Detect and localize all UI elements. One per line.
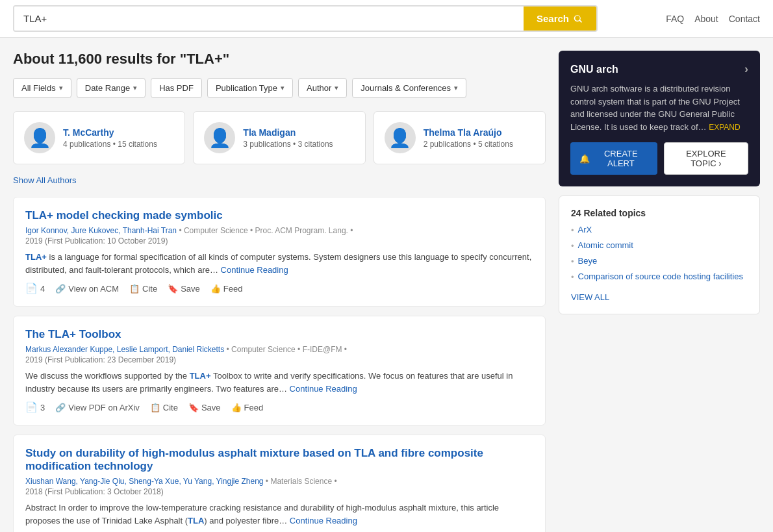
filter-journals-label: Journals & Conferences	[361, 83, 451, 93]
create-alert-button[interactable]: 🔔 CREATE ALERT	[570, 142, 657, 175]
result-abstract-0: TLA+ is a language for formal specificat…	[25, 251, 533, 276]
filters-bar: All Fields ▾ Date Range ▾ Has PDF Public…	[13, 78, 546, 98]
author-link[interactable]: Jure Kukovec	[71, 226, 119, 235]
filter-has-pdf[interactable]: Has PDF	[151, 78, 202, 98]
result-title-pre-1: The	[25, 328, 48, 340]
author-link[interactable]: Markus Alexander Kuppe	[25, 345, 112, 354]
sidebar: GNU arch › GNU arch software is a distri…	[559, 51, 760, 532]
continue-reading-1[interactable]: Continue Reading	[290, 384, 357, 394]
author-card-1: 👤 Tla Madigan 3 publications • 3 citatio…	[193, 111, 365, 164]
author-link[interactable]: Igor Konnov	[25, 226, 67, 235]
result-meta-2: 2018 (First Publication: 3 October 2018)	[25, 487, 533, 496]
filter-all-fields-label: All Fields	[21, 83, 56, 93]
author-card-2: 👤 Thelma Tla Araújo 2 publications • 5 c…	[374, 111, 546, 164]
search-input[interactable]	[14, 6, 524, 31]
author-link[interactable]: Daniel Ricketts	[172, 345, 224, 354]
external-link-icon: 🔗	[55, 403, 66, 412]
filter-date-range[interactable]: Date Range ▾	[77, 78, 146, 98]
author-link[interactable]: Yingjie Zheng	[216, 477, 264, 486]
author-meta-2: 2 publications • 5 citations	[424, 140, 535, 149]
cite-count-value: 3	[40, 403, 45, 412]
result-title-2[interactable]: Study on durability of high-modulus asph…	[25, 447, 533, 473]
related-item-1: • Atomic commit	[571, 240, 748, 251]
chevron-down-icon: ▾	[59, 84, 63, 92]
continue-reading-2[interactable]: Continue Reading	[290, 516, 357, 526]
result-meta-0: 2019 (First Publication: 10 October 2019…	[25, 236, 533, 246]
author-name-1[interactable]: Tla Madigan	[243, 127, 296, 138]
result-abstract-2: Abstract In order to improve the low-tem…	[25, 501, 533, 527]
topic-box: GNU arch › GNU arch software is a distri…	[559, 51, 760, 186]
save-button-0[interactable]: 🔖 Save	[168, 284, 200, 294]
continue-reading-0[interactable]: Continue Reading	[221, 265, 288, 275]
related-link-0[interactable]: ArX	[578, 225, 592, 234]
feed-button-0[interactable]: 👍 Feed	[210, 284, 243, 294]
author-link[interactable]: Xiushan Wang	[25, 477, 76, 486]
filter-publication-type-label: Publication Type	[216, 83, 277, 93]
related-item-0: • ArX	[571, 225, 748, 235]
author-link[interactable]: Yang-Jie Qiu	[80, 477, 124, 486]
result-actions-0: 📄 4 🔗 View on ACM 📋 Cite 🔖 Save 👍 Feed	[25, 283, 533, 294]
cite-count-1: 📄 3	[25, 401, 45, 413]
view-all-link[interactable]: VIEW ALL	[571, 292, 609, 302]
filter-publication-type[interactable]: Publication Type ▾	[207, 78, 293, 98]
chevron-down-icon: ▾	[454, 84, 458, 92]
main-layout: About 11,600 results for "TLA+" All Fiel…	[0, 38, 773, 532]
bell-icon: 🔔	[579, 154, 590, 164]
view-on-acm-link[interactable]: 🔗 View on ACM	[55, 284, 119, 294]
related-topics-box: 24 Related topics • ArX • Atomic commit …	[559, 196, 760, 314]
view-pdf-arxiv-link[interactable]: 🔗 View PDF on ArXiv	[55, 403, 140, 412]
cite-icon: 📋	[129, 284, 140, 294]
result-authors-1: Markus Alexander Kuppe, Leslie Lamport, …	[25, 345, 533, 354]
related-link-2[interactable]: Beye	[578, 256, 598, 266]
filter-author[interactable]: Author ▾	[298, 78, 347, 98]
author-card-0: 👤 T. McCarthy 4 publications • 15 citati…	[13, 111, 185, 164]
related-link-3[interactable]: Comparison of source code hosting facili…	[578, 272, 743, 281]
bullet-icon: •	[571, 241, 574, 251]
user-icon: 👤	[29, 127, 51, 149]
nav-about[interactable]: About	[694, 14, 718, 24]
author-meta-1: 3 publications • 3 citations	[243, 140, 354, 149]
explore-topic-label: EXPLORE TOPIC ›	[686, 149, 726, 168]
result-title-pre-2: Study on durability of high-modulus asph…	[25, 447, 354, 459]
related-link-1[interactable]: Atomic commit	[578, 240, 633, 250]
result-title-1[interactable]: The TLA+ Toolbox	[25, 328, 533, 341]
show-all-authors-link[interactable]: Show All Authors	[13, 175, 77, 185]
results-title: About 11,600 results for "TLA+"	[13, 51, 546, 68]
cite-button-0[interactable]: 📋 Cite	[129, 284, 157, 294]
result-title-0[interactable]: TLA+ model checking made symbolic	[25, 209, 533, 222]
author-link[interactable]: Sheng-Ya Xue	[129, 477, 179, 486]
author-link[interactable]: Yu Yang	[183, 477, 212, 486]
author-link[interactable]: Thanh-Hai Tran	[123, 226, 177, 235]
related-topics-title: 24 Related topics	[571, 208, 748, 218]
nav-contact[interactable]: Contact	[729, 14, 760, 24]
author-name-2[interactable]: Thelma Tla Araújo	[424, 127, 502, 138]
explore-topic-button[interactable]: EXPLORE TOPIC ›	[664, 142, 748, 175]
author-name-0[interactable]: T. McCarthy	[63, 127, 114, 138]
result-actions-1: 📄 3 🔗 View PDF on ArXiv 📋 Cite 🔖 Save 👍 …	[25, 401, 533, 413]
search-button[interactable]: Search	[524, 6, 596, 31]
cite-icon: 📄	[25, 283, 38, 294]
nav-faq[interactable]: FAQ	[666, 14, 684, 24]
expand-icon[interactable]: ›	[744, 62, 748, 76]
author-link[interactable]: Leslie Lamport	[117, 345, 168, 354]
feed-button-1[interactable]: 👍 Feed	[231, 403, 264, 412]
result-authors-0: Igor Konnov, Jure Kukovec, Thanh-Hai Tra…	[25, 226, 533, 235]
filter-journals-conferences[interactable]: Journals & Conferences ▾	[352, 78, 466, 98]
feed-icon: 👍	[231, 403, 242, 412]
related-item-2: • Beye	[571, 256, 748, 266]
bookmark-icon: 🔖	[168, 284, 178, 294]
result-abstract-1: We discuss the workflows supported by th…	[25, 370, 533, 395]
author-meta-0: 4 publications • 15 citations	[63, 140, 174, 149]
result-item-2: Study on durability of high-modulus asph…	[13, 435, 546, 532]
bullet-icon: •	[571, 272, 574, 282]
chevron-down-icon: ▾	[281, 84, 285, 92]
cite-button-1[interactable]: 📋 Cite	[150, 403, 178, 412]
filter-all-fields[interactable]: All Fields ▾	[13, 78, 71, 98]
bullet-icon: •	[571, 225, 574, 235]
cite-count-0: 📄 4	[25, 283, 45, 294]
search-icon	[573, 14, 583, 24]
bookmark-icon: 🔖	[188, 403, 199, 412]
save-button-1[interactable]: 🔖 Save	[188, 403, 221, 412]
author-info-2: Thelma Tla Araújo 2 publications • 5 cit…	[424, 127, 535, 149]
expand-link[interactable]: EXPAND	[709, 123, 740, 132]
